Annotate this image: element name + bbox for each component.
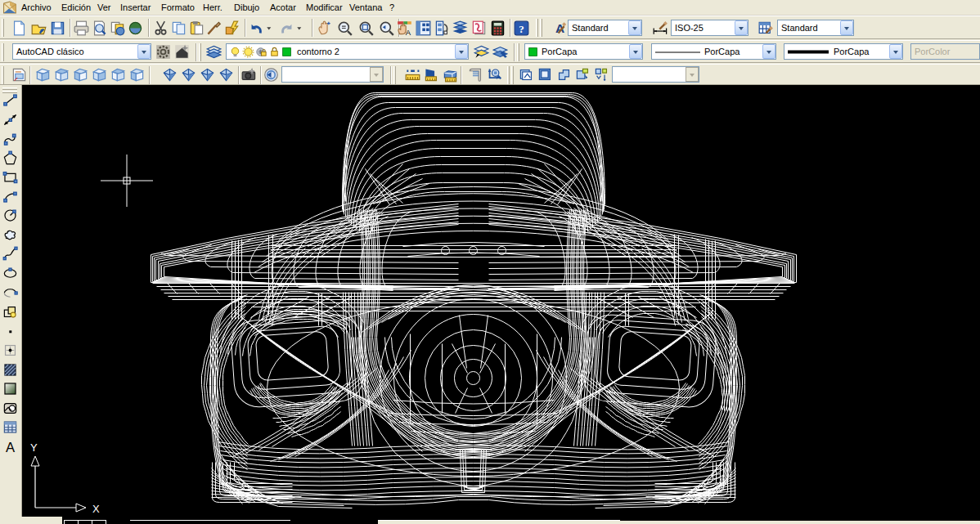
svg-text:A: A xyxy=(6,440,16,455)
svg-text:X: X xyxy=(92,503,100,515)
svg-text:?: ? xyxy=(519,23,524,35)
svg-text:A: A xyxy=(406,28,411,36)
svg-text:Y: Y xyxy=(30,441,38,454)
